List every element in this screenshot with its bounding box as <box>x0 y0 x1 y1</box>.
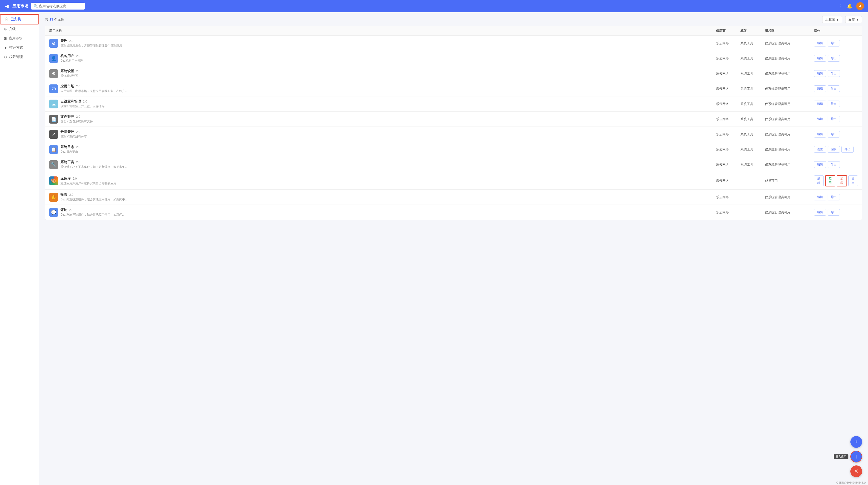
export-button[interactable]: 导出 <box>828 101 840 107</box>
tag-cell: 系统工具 <box>741 71 765 76</box>
col-vendor: 供应商 <box>716 29 741 33</box>
actions-cell: 编辑导出 <box>814 194 858 200</box>
avatar[interactable]: A <box>856 2 864 10</box>
sidebar-item-open-mode[interactable]: ▼ 打开方式 <box>0 43 39 52</box>
filter-tag-arrow: ▼ <box>856 18 859 22</box>
vendor-cell: 乐云网络 <box>716 117 741 121</box>
edit-button[interactable]: 编辑 <box>814 101 826 107</box>
export-button[interactable]: 导出 <box>828 86 840 92</box>
app-name: 评论 2.0 <box>60 208 125 212</box>
sidebar-item-market[interactable]: ⊞ 应用市场 <box>0 34 39 43</box>
app-name-text: 文件管理 <box>60 115 74 119</box>
app-name-text: 应用库 <box>60 176 71 180</box>
import-app-button[interactable]: ↓ 导入应用 <box>850 451 862 462</box>
bell-icon[interactable]: 🔔 <box>847 3 852 9</box>
app-info: 📄 文件管理 2.0 管理和查看系统所有文件 <box>49 115 716 124</box>
actions-cell: 编辑导出 <box>814 116 858 122</box>
filter-tag-btn[interactable]: 标签 ▼ <box>845 16 862 23</box>
main-content: 共 13 个应用 组权限 ▼ 标签 ▼ 应用名称 供应商 标签 <box>39 12 868 485</box>
app-icon: ✋ <box>49 193 58 202</box>
vendor-cell: 乐云网络 <box>716 71 741 76</box>
table-row: 💬 评论 2.0 Dzz 系统评论组件，结合其他应用使用，如新闻... 乐云网络… <box>45 205 862 220</box>
export-button[interactable]: 导出 <box>828 40 840 46</box>
table-row: ⚙ 系统设置 2.0 系统基础设置 乐云网络 系统工具 仅系统管理员可用 编辑导… <box>45 66 862 81</box>
app-name-text: 管理 <box>60 39 67 42</box>
vendor-cell: 乐云网络 <box>716 195 741 199</box>
app-name-text: 评论 <box>60 208 67 212</box>
permission-cell: 仅系统管理员可用 <box>765 71 814 76</box>
sidebar-item-installed[interactable]: 📋 已安装 <box>0 14 39 25</box>
edit-button[interactable]: 编辑 <box>828 146 840 153</box>
edit-button[interactable]: 编辑 <box>814 209 826 216</box>
vendor-cell: 乐云网络 <box>716 162 741 167</box>
actions-cell: 编辑导出 <box>814 209 858 216</box>
export-button[interactable]: 导出 <box>848 175 858 186</box>
enable-button[interactable]: 启用 <box>825 175 835 187</box>
export-button[interactable]: 导出 <box>828 209 840 216</box>
grid-icon[interactable]: ⋮ <box>839 3 843 9</box>
app-icon: 📄 <box>49 115 58 124</box>
sidebar-item-permission[interactable]: ⚙ 权限管理 <box>0 52 39 62</box>
vendor-cell: 乐云网络 <box>716 87 741 91</box>
app-name-desc: 云设置和管理 2.0 设置和管理第三方云盘、云存储等 <box>60 99 104 108</box>
settings-button[interactable]: 设置 <box>814 146 826 153</box>
uninstall-button[interactable]: 卸载 <box>837 175 847 187</box>
back-button[interactable]: ◀ <box>4 2 9 10</box>
app-icon: 💬 <box>49 208 58 217</box>
permission-cell: 成员可用 <box>765 179 814 183</box>
app-desc: Dzz机构用户管理 <box>60 59 83 63</box>
edit-button[interactable]: 编辑 <box>814 161 826 168</box>
app-version: 2.0 <box>76 161 80 164</box>
toolbar: 共 13 个应用 组权限 ▼ 标签 ▼ <box>45 16 862 23</box>
vendor-cell: 乐云网络 <box>716 147 741 152</box>
search-icon: 🔍 <box>34 4 38 8</box>
app-name-desc: 系统设置 2.0 系统基础设置 <box>60 69 80 78</box>
table-row: 👤 机构用户 2.0 Dzz机构用户管理 乐云网络 系统工具 仅系统管理员可用 … <box>45 51 862 66</box>
sidebar-label-installed: 已安装 <box>10 17 21 22</box>
permission-cell: 仅系统管理员可用 <box>765 147 814 152</box>
app-version: 2.0 <box>69 193 73 196</box>
search-input[interactable] <box>31 3 85 9</box>
app-icon: ↗ <box>49 130 58 139</box>
export-button[interactable]: 导出 <box>828 131 840 137</box>
edit-button[interactable]: 编辑 <box>814 131 826 137</box>
app-name: 应用库 2.0 <box>60 176 116 181</box>
app-version: 2.0 <box>76 130 80 134</box>
export-button[interactable]: 导出 <box>841 146 854 153</box>
edit-button[interactable]: 编辑 <box>814 40 826 46</box>
edit-button[interactable]: 编辑 <box>814 70 826 77</box>
app-info: 🛍 应用市场 2.0 应用管理、应用市场，支持应用在线安装、在线升... <box>49 84 716 93</box>
app-name: 系统日志 2.0 <box>60 145 80 149</box>
close-icon: ✕ <box>854 468 859 475</box>
app-name-desc: 系统工具 2.0 系统维护相关工具集合，如：更新缓存、数据库备... <box>60 160 127 169</box>
search-wrapper: 🔍 <box>31 3 836 9</box>
app-name: 系统设置 2.0 <box>60 69 80 73</box>
edit-button[interactable]: 编辑 <box>814 116 826 122</box>
app-desc: 系统维护相关工具集合，如：更新缓存、数据库备... <box>60 165 127 169</box>
edit-button[interactable]: 编辑 <box>814 86 826 92</box>
app-name: 机构用户 2.0 <box>60 54 83 58</box>
app-info: ⚙ 系统设置 2.0 系统基础设置 <box>49 69 716 78</box>
permission-cell: 仅系统管理员可用 <box>765 117 814 121</box>
total-prefix: 共 <box>45 18 49 21</box>
edit-button[interactable]: 编辑 <box>814 194 826 200</box>
app-title: 应用市场 <box>12 4 28 9</box>
app-info: ✋ 投票 2.0 Dzz 内置投票组件，结合其他应用使用，如新闻中... <box>49 193 716 202</box>
app-version: 2.0 <box>69 39 73 42</box>
vendor-cell: 乐云网络 <box>716 56 741 61</box>
vendor-cell: 乐云网络 <box>716 41 741 45</box>
close-fab-button[interactable]: ✕ <box>850 465 862 477</box>
export-button[interactable]: 导出 <box>828 55 840 62</box>
tag-cell: 系统工具 <box>741 147 765 152</box>
filter-group-btn[interactable]: 组权限 ▼ <box>822 16 842 23</box>
add-app-button[interactable]: + <box>850 436 862 448</box>
export-button[interactable]: 导出 <box>828 194 840 200</box>
app-icon: ⚙ <box>49 39 58 48</box>
export-button[interactable]: 导出 <box>828 70 840 77</box>
edit-button[interactable]: 编辑 <box>814 55 826 62</box>
sidebar-item-upgrade[interactable]: ⊙ 升级 <box>0 25 39 34</box>
export-button[interactable]: 导出 <box>828 116 840 122</box>
export-button[interactable]: 导出 <box>828 161 840 168</box>
edit-button[interactable]: 编辑 <box>814 175 824 186</box>
app-name-desc: 应用库 2.0 通过应用库用户可选择安装自己需要的应用 <box>60 176 116 186</box>
